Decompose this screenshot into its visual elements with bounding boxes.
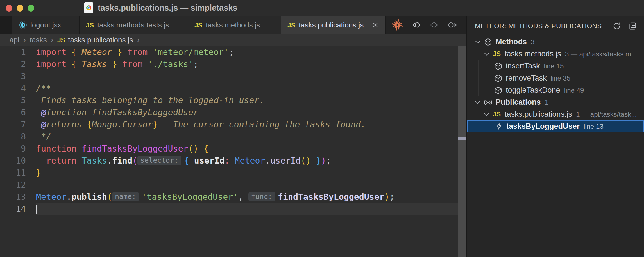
code-line[interactable]: 2import { Tasks } from './tasks'; bbox=[0, 58, 458, 70]
code-token bbox=[77, 59, 82, 69]
line-number[interactable]: 8 bbox=[0, 130, 36, 143]
code-content bbox=[36, 179, 458, 191]
tree-item-description: line 35 bbox=[551, 74, 571, 82]
tree-item-label: tasks.methods.js bbox=[505, 50, 561, 58]
line-number[interactable]: 4 bbox=[0, 82, 36, 94]
line-number[interactable]: 7 bbox=[0, 118, 36, 130]
code-token: function findTasksByLoggedUser bbox=[46, 107, 198, 117]
code-token: { bbox=[184, 156, 189, 166]
code-token: } bbox=[316, 156, 321, 166]
chevron-down-icon[interactable] bbox=[474, 98, 484, 106]
tree-item-label: tasks.publications.js bbox=[505, 110, 572, 119]
tree-item-insertTask[interactable]: insertTaskline 15 bbox=[467, 60, 644, 72]
tree-item-removeTask[interactable]: removeTaskline 35 bbox=[467, 72, 644, 84]
symbol-circle-icon[interactable] bbox=[429, 20, 439, 30]
code-line[interactable]: 4/** bbox=[0, 82, 458, 94]
code-token: { bbox=[87, 120, 92, 129]
line-number[interactable]: 9 bbox=[0, 143, 36, 155]
tab-close-icon[interactable] bbox=[372, 21, 379, 29]
breadcrumb-item-...[interactable]: ... bbox=[144, 36, 150, 44]
breadcrumb-label: tasks bbox=[30, 36, 47, 44]
tree-item-tasks.publications.js[interactable]: JStasks.publications.js1 — api/tasks/tas… bbox=[467, 108, 644, 120]
tree-item-label: Methods bbox=[496, 38, 527, 46]
line-number[interactable]: 11 bbox=[0, 167, 36, 179]
code-token bbox=[36, 156, 46, 166]
code-token: import bbox=[36, 59, 71, 69]
line-number[interactable]: 10 bbox=[0, 155, 36, 167]
chevron-down-icon[interactable] bbox=[474, 38, 484, 46]
tree-item-tasks.methods.js[interactable]: JStasks.methods.js3 — api/tasks/tasks.m.… bbox=[467, 48, 644, 60]
tree-item-description: 1 — api/tasks/task... bbox=[576, 111, 637, 118]
code-line[interactable]: 11} bbox=[0, 167, 458, 179]
code-line[interactable]: 7 @returns {Mongo.Cursor} - The cursor c… bbox=[0, 118, 458, 130]
code-line[interactable]: 8 */ bbox=[0, 130, 458, 143]
refresh-icon[interactable] bbox=[613, 22, 621, 30]
inlay-hint: selector: bbox=[137, 156, 181, 165]
symbols-tree: Methods3JStasks.methods.js3 — api/tasks/… bbox=[467, 36, 644, 257]
breadcrumb: api›tasks›JStasks.publications.js›... bbox=[0, 34, 466, 46]
code-line[interactable]: 3 bbox=[0, 70, 458, 82]
minimize-window-button[interactable] bbox=[17, 5, 23, 12]
tree-item-tasksByLoggedUser[interactable]: tasksByLoggedUserline 13 bbox=[467, 120, 644, 132]
tree-item-label: removeTask bbox=[506, 74, 547, 82]
chevron-down-icon[interactable] bbox=[483, 50, 493, 58]
tree-item-Publications[interactable]: Publications1 bbox=[467, 96, 644, 108]
code-token: Finds tasks belonging to the logged-in u… bbox=[36, 95, 264, 105]
line-number[interactable]: 13 bbox=[0, 191, 36, 203]
zoom-window-button[interactable] bbox=[28, 5, 34, 12]
code-line[interactable]: 1import { Meteor } from 'meteor/meteor'; bbox=[0, 46, 458, 58]
line-number[interactable]: 1 bbox=[0, 46, 36, 58]
code-line[interactable]: 5 Finds tasks belonging to the logged-in… bbox=[0, 94, 458, 106]
js-icon: JS bbox=[194, 21, 202, 29]
chevron-down-icon[interactable] bbox=[483, 111, 493, 118]
broadcast-icon bbox=[484, 98, 496, 107]
code-line[interactable]: 6 @function findTasksByLoggedUser bbox=[0, 106, 458, 118]
tab-tasks.methods.js[interactable]: JStasks.methods.js bbox=[188, 16, 281, 34]
line-number[interactable]: 3 bbox=[0, 70, 36, 82]
tree-item-toggleTaskDone[interactable]: toggleTaskDoneline 49 bbox=[467, 84, 644, 96]
breadcrumb-item-api[interactable]: api bbox=[10, 36, 19, 44]
zap-icon bbox=[495, 122, 506, 131]
vscode-window: tasks.publications.js — simpletasks logo… bbox=[0, 0, 644, 257]
nav-forward-circle-icon[interactable] bbox=[447, 20, 457, 30]
line-number[interactable]: 14 bbox=[0, 203, 36, 215]
code-content: Finds tasks belonging to the logged-in u… bbox=[36, 94, 458, 106]
code-token: . bbox=[66, 192, 71, 202]
meteor-extension-icon[interactable] bbox=[391, 19, 403, 31]
tab-tasks.publications.js[interactable]: JStasks.publications.js bbox=[281, 16, 386, 34]
editor-scrollbar[interactable] bbox=[458, 46, 466, 257]
inlay-hint: func: bbox=[248, 192, 275, 201]
tree-item-description: 1 bbox=[545, 98, 548, 106]
line-number[interactable]: 2 bbox=[0, 58, 36, 70]
line-number[interactable]: 12 bbox=[0, 179, 36, 191]
tab-tasks.methods.tests.js[interactable]: JStasks.methods.tests.js bbox=[80, 16, 188, 34]
code-editor[interactable]: 1import { Meteor } from 'meteor/meteor';… bbox=[0, 46, 458, 257]
document-proxy-icon bbox=[84, 2, 93, 13]
tab-logout.jsx[interactable]: logout.jsx bbox=[12, 16, 80, 34]
nav-back-circle-icon[interactable] bbox=[411, 20, 421, 30]
code-token bbox=[36, 120, 41, 129]
js-file-icon: JS bbox=[493, 50, 505, 58]
code-token: { bbox=[71, 47, 76, 57]
code-token: } bbox=[153, 120, 158, 129]
tree-item-label: Publications bbox=[496, 98, 541, 107]
line-number[interactable]: 5 bbox=[0, 94, 36, 106]
code-token: function bbox=[36, 144, 82, 153]
code-content: import { Tasks } from './tasks'; bbox=[36, 58, 458, 70]
overview-ruler-cursor-mark bbox=[458, 137, 466, 140]
code-line[interactable]: 10 return Tasks.find(selector:{ userId: … bbox=[0, 155, 458, 167]
line-number[interactable]: 6 bbox=[0, 106, 36, 118]
breadcrumb-label: tasks.publications.js bbox=[68, 36, 133, 44]
code-line[interactable]: 14 bbox=[0, 203, 458, 215]
collapse-all-icon[interactable] bbox=[628, 22, 637, 30]
code-line[interactable]: 13Meteor.publish(name:'tasksByLoggedUser… bbox=[0, 191, 458, 203]
code-token: Tasks bbox=[82, 59, 107, 69]
breadcrumb-item-tasks.publications.js[interactable]: JStasks.publications.js bbox=[57, 36, 133, 44]
tree-item-Methods[interactable]: Methods3 bbox=[467, 36, 644, 48]
breadcrumb-item-tasks[interactable]: tasks bbox=[30, 36, 47, 44]
close-window-button[interactable] bbox=[6, 5, 12, 12]
breadcrumb-separator: › bbox=[51, 35, 53, 44]
code-line[interactable]: 12 bbox=[0, 179, 458, 191]
window-title: tasks.publications.js — simpletasks bbox=[98, 3, 237, 13]
code-line[interactable]: 9function findTasksByLoggedUser() { bbox=[0, 143, 458, 155]
